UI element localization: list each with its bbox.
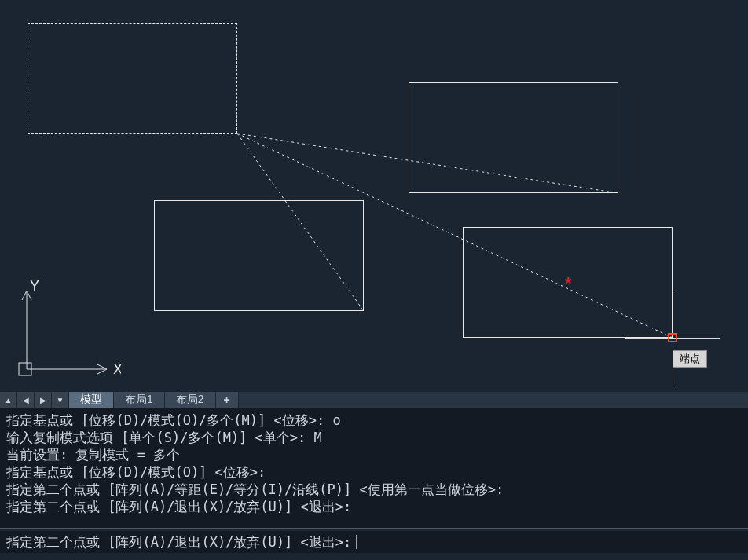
tab-layout1[interactable]: 布局1 (114, 392, 165, 408)
tab-layout2[interactable]: 布局2 (165, 392, 216, 408)
command-line[interactable]: 指定第二个点或 [阵列(A)/退出(X)/放弃(U)] <退出>: (0, 531, 748, 553)
endpoint-snap-marker (668, 333, 677, 342)
tab-nav-last[interactable]: ▼ (52, 392, 69, 408)
command-history[interactable]: 指定基点或 [位移(D)/模式(O)/多个(M)] <位移>: o 输入复制模式… (0, 408, 748, 529)
ucs-x-label: X (113, 361, 121, 377)
copied-rectangle-2[interactable] (154, 200, 364, 311)
drawing-canvas[interactable]: * 端点 X Y (0, 0, 748, 390)
layout-tabs-bar: ▲ ◀ ▶ ▼ 模型 布局1 布局2 + (0, 392, 748, 408)
command-prompt: 指定第二个点或 [阵列(A)/退出(X)/放弃(U)] <退出>: (6, 533, 351, 551)
command-input[interactable] (358, 534, 656, 550)
tab-add-layout[interactable]: + (216, 392, 239, 408)
ucs-icon: X Y (17, 280, 121, 384)
tab-nav-next[interactable]: ▶ (35, 392, 52, 408)
ucs-y-label: Y (30, 280, 39, 294)
drag-anchor-marker: * (565, 278, 572, 289)
source-rectangle-ghost (28, 23, 237, 134)
tab-nav-prev[interactable]: ◀ (17, 392, 35, 408)
command-caret (356, 535, 357, 549)
copied-rectangle-1[interactable] (409, 82, 618, 193)
snap-tooltip: 端点 (673, 350, 707, 368)
tab-model[interactable]: 模型 (69, 392, 114, 408)
tab-nav-first[interactable]: ▲ (0, 392, 17, 408)
